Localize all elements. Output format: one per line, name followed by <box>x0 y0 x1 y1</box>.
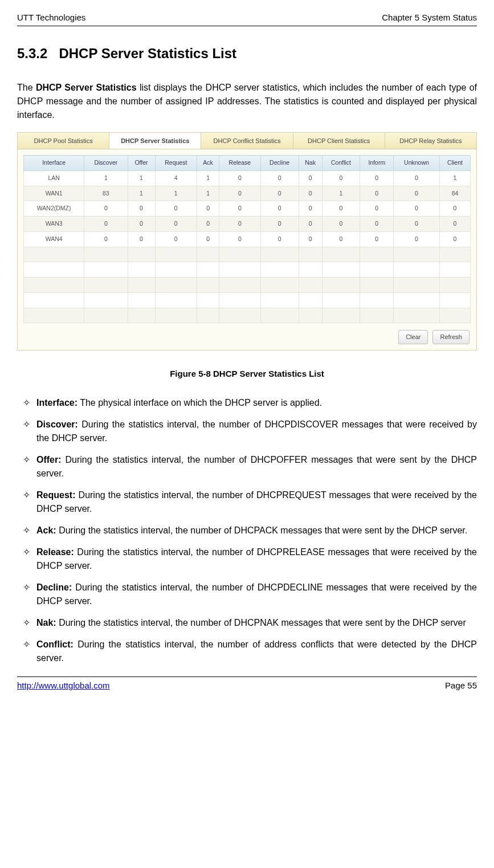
intro-paragraph: The DHCP Server Statistics list displays… <box>17 81 477 122</box>
refresh-button[interactable]: Refresh <box>432 330 469 344</box>
definition-text: Interface: The physical interface on whi… <box>36 396 477 410</box>
col-unknown: Unknown <box>394 156 440 171</box>
table-row-empty <box>24 278 471 293</box>
table-row: WAN400000000000 <box>24 231 471 247</box>
diamond-icon: ✧ <box>17 453 36 480</box>
section-number: 5.3.2 <box>17 46 47 61</box>
definition-text: Ack: During the statistics interval, the… <box>36 524 477 537</box>
definition-text: Offer: During the statistics interval, t… <box>36 453 477 480</box>
tab-strip: DHCP Pool StatisticsDHCP Server Statisti… <box>18 133 476 150</box>
header-right: Chapter 5 System Status <box>382 11 477 25</box>
tab-dhcp-pool-statistics[interactable]: DHCP Pool Statistics <box>18 133 109 149</box>
list-item: ✧Ack: During the statistics interval, th… <box>17 524 477 537</box>
col-release: Release <box>219 156 261 171</box>
footer-url[interactable]: http://www.uttglobal.com <box>17 679 110 692</box>
col-offer: Offer <box>128 156 155 171</box>
col-request: Request <box>155 156 197 171</box>
table-row-empty <box>24 247 471 262</box>
col-interface: Interface <box>24 156 84 171</box>
definition-text: Request: During the statistics interval,… <box>36 488 477 516</box>
list-item: ✧Interface: The physical interface on wh… <box>17 396 477 410</box>
col-ack: Ack <box>197 156 219 171</box>
page-footer: http://www.uttglobal.com Page 55 <box>17 677 477 692</box>
stats-table: InterfaceDiscoverOfferRequestAckReleaseD… <box>23 155 471 323</box>
col-discover: Discover <box>84 156 128 171</box>
tab-dhcp-server-statistics[interactable]: DHCP Server Statistics <box>109 133 201 149</box>
definition-text: Decline: During the statistics interval,… <box>36 581 477 608</box>
col-nak: Nak <box>299 156 322 171</box>
diamond-icon: ✧ <box>17 418 36 445</box>
table-row: WAN2(DMZ)00000000000 <box>24 201 471 217</box>
list-item: ✧Discover: During the statistics interva… <box>17 418 477 445</box>
definition-text: Release: During the statistics interval,… <box>36 545 477 573</box>
list-item: ✧Offer: During the statistics interval, … <box>17 453 477 480</box>
definition-text: Discover: During the statistics interval… <box>36 418 477 445</box>
table-wrapper: InterfaceDiscoverOfferRequestAckReleaseD… <box>18 149 476 325</box>
col-inform: Inform <box>360 156 394 171</box>
tab-dhcp-relay-statistics[interactable]: DHCP Relay Statistics <box>385 133 476 149</box>
table-row-empty <box>24 262 471 278</box>
figure-panel: DHCP Pool StatisticsDHCP Server Statisti… <box>17 132 477 351</box>
button-bar: Clear Refresh <box>18 325 476 350</box>
footer-page: Page 55 <box>445 679 477 692</box>
page-header: UTT Technologies Chapter 5 System Status <box>17 11 477 26</box>
table-row-empty <box>24 308 471 323</box>
diamond-icon: ✧ <box>17 488 36 516</box>
col-conflict: Conflict <box>322 156 360 171</box>
list-item: ✧Nak: During the statistics interval, th… <box>17 616 477 630</box>
table-row-empty <box>24 292 471 308</box>
diamond-icon: ✧ <box>17 581 36 608</box>
list-item: ✧Release: During the statistics interval… <box>17 545 477 573</box>
diamond-icon: ✧ <box>17 524 36 537</box>
definition-text: Nak: During the statistics interval, the… <box>36 616 477 630</box>
diamond-icon: ✧ <box>17 545 36 573</box>
table-row: WAN300000000000 <box>24 217 471 232</box>
definition-text: Conflict: During the statistics interval… <box>36 638 477 665</box>
section-heading: 5.3.2 DHCP Server Statistics List <box>17 43 477 64</box>
diamond-icon: ✧ <box>17 616 36 630</box>
diamond-icon: ✧ <box>17 638 36 665</box>
clear-button[interactable]: Clear <box>398 330 428 344</box>
table-row: WAN18311100010084 <box>24 186 471 201</box>
list-item: ✧Request: During the statistics interval… <box>17 488 477 516</box>
diamond-icon: ✧ <box>17 396 36 410</box>
col-decline: Decline <box>260 156 299 171</box>
list-item: ✧Conflict: During the statistics interva… <box>17 638 477 665</box>
definition-list: ✧Interface: The physical interface on wh… <box>17 396 477 665</box>
tab-dhcp-conflict-statistics[interactable]: DHCP Conflict Statistics <box>201 133 293 149</box>
header-left: UTT Technologies <box>17 11 85 25</box>
list-item: ✧Decline: During the statistics interval… <box>17 581 477 608</box>
col-client: Client <box>439 156 470 171</box>
table-row: LAN11410000001 <box>24 170 471 186</box>
tab-dhcp-client-statistics[interactable]: DHCP Client Statistics <box>293 133 385 149</box>
figure-caption: Figure 5-8 DHCP Server Statistics List <box>17 368 477 381</box>
section-title: DHCP Server Statistics List <box>59 46 236 61</box>
